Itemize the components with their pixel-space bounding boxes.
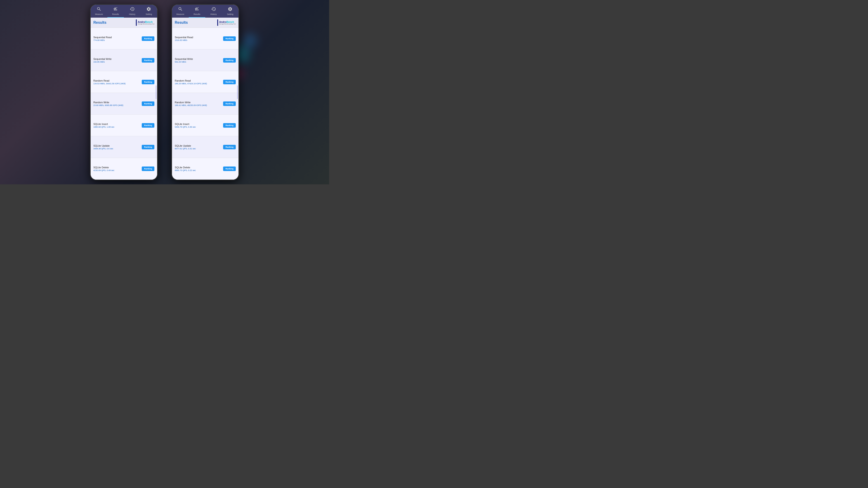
- tab-results-label-p2: Results: [193, 13, 200, 15]
- benchmark-info-p1-2: Random Read 134.53 MB/s, 34441.56 IOPS (…: [93, 79, 126, 85]
- phone-2: Measure Results: [171, 4, 239, 180]
- scroll-indicator-p1: [156, 86, 156, 99]
- benchmark-row-p2-2: Random Read 185.25 MB/s, 47424.16 IOPS (…: [172, 71, 239, 93]
- benchmark-info-p2-4: SQLite Insert 5456.79 QPS, 0.36 sec: [175, 123, 196, 128]
- benchmark-row-p2-4: SQLite Insert 5456.79 QPS, 0.36 sec Rank…: [172, 115, 239, 136]
- benchmark-value-p1-3: 23.69 MB/s, 6065.88 IOPS (4KB): [93, 104, 123, 106]
- phone-2-nav: Measure Results: [172, 5, 239, 18]
- phones-container: Measure Results: [0, 0, 329, 184]
- benchmark-name-p1-0: Sequential Read: [93, 36, 112, 39]
- benchmark-name-p2-6: SQLite Delete: [175, 166, 196, 169]
- ranking-btn-p1-2[interactable]: Ranking: [142, 80, 154, 84]
- benchmark-row-p1-5: SQLite Update 3408.38 QPS, 0.6 sec Ranki…: [91, 136, 157, 158]
- benchmark-value-p1-2: 134.53 MB/s, 34441.56 IOPS (4KB): [93, 83, 126, 85]
- gear-icon-p2: [228, 6, 232, 13]
- benchmark-name-p1-1: Sequential Write: [93, 58, 112, 60]
- benchmark-name-p2-2: Random Read: [175, 79, 207, 82]
- benchmark-info-p1-4: SQLite Insert 1880.68 QPS, 1.08 sec: [93, 123, 114, 128]
- benchmark-value-p2-3: 188.41 MB/s, 48235.09 IOPS (4KB): [175, 104, 207, 106]
- benchmark-row-p1-0: Sequential Read 774.68 MB/s Ranking: [91, 28, 157, 50]
- benchmark-info-p2-5: SQLite Update 6577.61 QPS, 0.31 sec: [175, 144, 196, 150]
- tab-setting-p2[interactable]: Setting: [222, 5, 239, 18]
- benchmark-value-p2-6: 8885.73 QPS, 0.22 sec: [175, 169, 196, 171]
- bar-chart-icon-p1: [113, 6, 118, 13]
- phone-2-wrapper: Measure Results: [171, 4, 239, 180]
- benchmark-value-p2-0: 1516.83 MB/s: [175, 39, 193, 41]
- ranking-btn-p1-3[interactable]: Ranking: [142, 101, 154, 106]
- tab-measure-label-p2: Measure: [176, 13, 184, 15]
- ranking-btn-p1-6[interactable]: Ranking: [142, 166, 154, 171]
- ranking-btn-p1-1[interactable]: Ranking: [142, 58, 154, 63]
- ranking-btn-p1-0[interactable]: Ranking: [142, 36, 154, 41]
- logo-bar-p2: [217, 20, 218, 26]
- history-icon-p1: [130, 6, 135, 13]
- benchmark-value-p2-4: 5456.79 QPS, 0.36 sec: [175, 126, 196, 128]
- ranking-btn-p1-4[interactable]: Ranking: [142, 123, 154, 128]
- benchmark-info-p1-6: SQLite Delete 4230.69 QPS, 0.49 sec: [93, 166, 114, 171]
- ranking-btn-p1-5[interactable]: Ranking: [142, 145, 154, 149]
- ranking-btn-p2-4[interactable]: Ranking: [223, 123, 236, 128]
- benchmark-name-p1-5: SQLite Update: [93, 144, 113, 147]
- benchmark-name-p1-4: SQLite Insert: [93, 123, 114, 125]
- benchmark-value-p1-1: 192.85 MB/s: [93, 61, 112, 63]
- ranking-btn-p2-6[interactable]: Ranking: [223, 166, 236, 171]
- phone-1-screen: Measure Results: [91, 5, 157, 180]
- benchmark-value-p1-5: 3408.38 QPS, 0.6 sec: [93, 148, 113, 150]
- tab-setting-label-p1: Setting: [146, 13, 152, 15]
- benchmark-name-p1-3: Random Write: [93, 101, 123, 104]
- benchmark-info-p1-1: Sequential Write 192.85 MB/s: [93, 58, 112, 63]
- benchmark-info-p2-0: Sequential Read 1516.83 MB/s: [175, 36, 193, 41]
- phone-1-benchmark-list: Sequential Read 774.68 MB/s Ranking Sequ…: [91, 28, 157, 180]
- ranking-btn-p2-1[interactable]: Ranking: [223, 58, 236, 63]
- benchmark-value-p2-1: 591.03 MB/s: [175, 61, 193, 63]
- phone-1-wrapper: Measure Results: [90, 4, 158, 180]
- tab-measure-p2[interactable]: Measure: [172, 5, 189, 18]
- tab-history-p1[interactable]: History: [124, 5, 141, 18]
- benchmark-name-p1-2: Random Read: [93, 79, 126, 82]
- phone-1-results-header: Results AndroBench Storage Benchmarking …: [91, 18, 157, 28]
- benchmark-name-p2-1: Sequential Write: [175, 58, 193, 60]
- tab-results-label-p1: Results: [112, 13, 119, 15]
- bar-chart-icon-p2: [194, 6, 199, 13]
- tab-setting-p1[interactable]: Setting: [141, 5, 157, 18]
- benchmark-info-p2-2: Random Read 185.25 MB/s, 47424.16 IOPS (…: [175, 79, 207, 85]
- benchmark-row-p1-3: Random Write 23.69 MB/s, 6065.88 IOPS (4…: [91, 93, 157, 115]
- logo-subtitle-p1: Storage Benchmarking Tool: [138, 23, 154, 25]
- androbench-logo-p2: AndroBench Storage Benchmarking Tool: [217, 20, 236, 26]
- logo-name-p1: AndroBench: [138, 21, 154, 23]
- tab-results-p1[interactable]: Results: [107, 5, 124, 18]
- phone-2-results-header: Results AndroBench Storage Benchmarking …: [172, 18, 239, 28]
- benchmark-row-p1-6: SQLite Delete 4230.69 QPS, 0.49 sec Rank…: [91, 158, 157, 180]
- ranking-btn-p2-0[interactable]: Ranking: [223, 36, 236, 41]
- tab-measure-label-p1: Measure: [95, 13, 103, 15]
- benchmark-info-p2-3: Random Write 188.41 MB/s, 48235.09 IOPS …: [175, 101, 207, 106]
- benchmark-value-p1-6: 4230.69 QPS, 0.49 sec: [93, 169, 114, 171]
- benchmark-row-p1-1: Sequential Write 192.85 MB/s Ranking: [91, 50, 157, 71]
- ranking-btn-p2-2[interactable]: Ranking: [223, 80, 236, 84]
- history-icon-p2: [211, 6, 216, 13]
- logo-text-p1: AndroBench Storage Benchmarking Tool: [138, 21, 154, 25]
- tab-history-label-p2: History: [211, 13, 217, 15]
- benchmark-name-p1-6: SQLite Delete: [93, 166, 114, 169]
- androbench-logo-p1: AndroBench Storage Benchmarking Tool: [136, 20, 154, 26]
- benchmark-name-p2-0: Sequential Read: [175, 36, 193, 39]
- phone-2-screen: Measure Results: [172, 5, 239, 180]
- benchmark-info-p2-1: Sequential Write 591.03 MB/s: [175, 58, 193, 63]
- tab-history-p2[interactable]: History: [205, 5, 222, 18]
- benchmark-info-p1-0: Sequential Read 774.68 MB/s: [93, 36, 112, 41]
- benchmark-name-p2-4: SQLite Insert: [175, 123, 196, 125]
- ranking-btn-p2-5[interactable]: Ranking: [223, 145, 236, 149]
- scroll-indicator-p2: [237, 86, 238, 99]
- search-icon-p2: [178, 6, 183, 13]
- logo-text-p2: AndroBench Storage Benchmarking Tool: [219, 21, 236, 25]
- benchmark-value-p2-2: 185.25 MB/s, 47424.16 IOPS (4KB): [175, 83, 207, 85]
- benchmark-value-p2-5: 6577.61 QPS, 0.31 sec: [175, 148, 196, 150]
- tab-results-p2[interactable]: Results: [189, 5, 206, 18]
- gear-icon-p1: [146, 6, 151, 13]
- search-icon-p1: [96, 6, 101, 13]
- ranking-btn-p2-3[interactable]: Ranking: [223, 101, 236, 106]
- benchmark-name-p2-5: SQLite Update: [175, 144, 196, 147]
- logo-name-p2: AndroBench: [219, 21, 236, 23]
- tab-measure-p1[interactable]: Measure: [91, 5, 107, 18]
- benchmark-row-p2-6: SQLite Delete 8885.73 QPS, 0.22 sec Rank…: [172, 158, 239, 180]
